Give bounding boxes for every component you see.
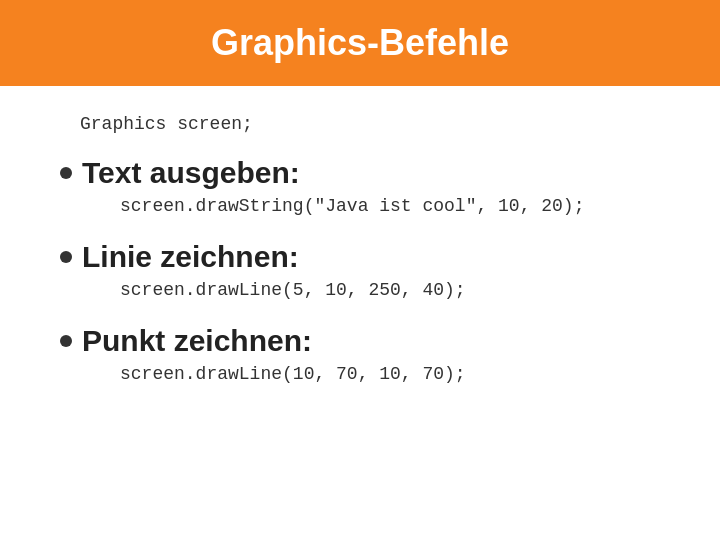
slide-title: Graphics-Befehle: [211, 22, 509, 64]
slide-content: Graphics screen; Text ausgeben: screen.d…: [0, 86, 720, 540]
bullet-dot-3: [60, 335, 72, 347]
bullet-heading-2: Linie zeichnen:: [60, 240, 660, 274]
bullet-code-1: screen.drawString("Java ist cool", 10, 2…: [120, 196, 660, 216]
bullet-section-1: Text ausgeben: screen.drawString("Java i…: [60, 156, 660, 216]
bullet-label-3: Punkt zeichnen:: [82, 324, 312, 358]
bullet-dot-2: [60, 251, 72, 263]
bullet-heading-3: Punkt zeichnen:: [60, 324, 660, 358]
bullet-label-2: Linie zeichnen:: [82, 240, 299, 274]
slide-container: Graphics-Befehle Graphics screen; Text a…: [0, 0, 720, 540]
bullet-code-3: screen.drawLine(10, 70, 10, 70);: [120, 364, 660, 384]
bullet-label-1: Text ausgeben:: [82, 156, 300, 190]
bullet-heading-1: Text ausgeben:: [60, 156, 660, 190]
bullet-section-2: Linie zeichnen: screen.drawLine(5, 10, 2…: [60, 240, 660, 300]
bullet-code-2: screen.drawLine(5, 10, 250, 40);: [120, 280, 660, 300]
bullet-dot-1: [60, 167, 72, 179]
intro-code: Graphics screen;: [80, 114, 660, 134]
bullet-section-3: Punkt zeichnen: screen.drawLine(10, 70, …: [60, 324, 660, 384]
slide-header: Graphics-Befehle: [0, 0, 720, 86]
